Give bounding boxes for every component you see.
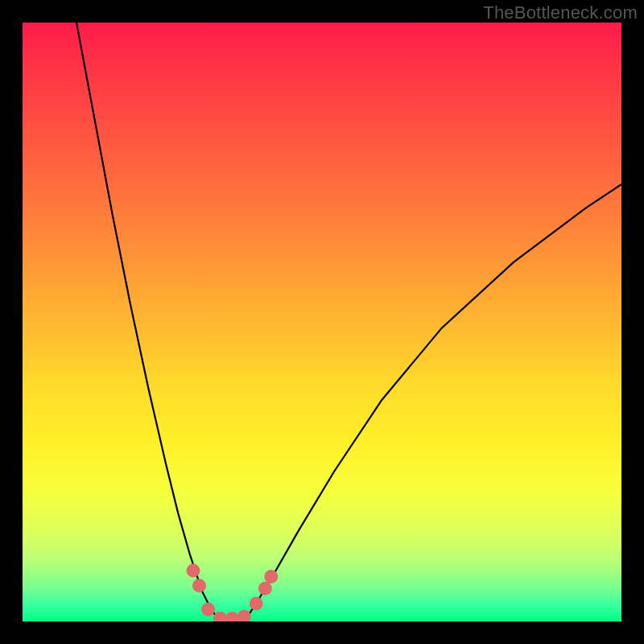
curve-right-branch bbox=[244, 184, 621, 621]
marker-dot bbox=[250, 597, 263, 610]
marker-dot bbox=[237, 610, 251, 622]
outer-frame: TheBottleneck.com bbox=[0, 0, 644, 644]
marker-dot bbox=[187, 564, 200, 577]
marker-dot bbox=[201, 603, 215, 617]
marker-dot bbox=[258, 582, 272, 596]
curve-left-branch bbox=[76, 23, 221, 621]
marker-group bbox=[187, 564, 279, 621]
marker-dot bbox=[192, 579, 206, 592]
watermark-text: TheBottleneck.com bbox=[483, 2, 638, 23]
chart-svg bbox=[23, 23, 621, 621]
plot-area bbox=[23, 23, 621, 621]
marker-dot bbox=[264, 570, 278, 584]
marker-dot bbox=[225, 612, 239, 621]
marker-dot bbox=[213, 612, 227, 621]
